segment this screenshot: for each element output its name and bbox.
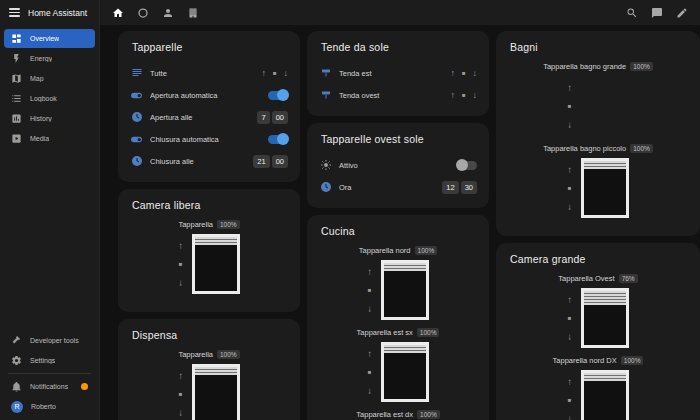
cover-close-button[interactable]: ↓ [567, 201, 572, 212]
minutes-input[interactable]: 30 [461, 181, 477, 194]
hammer-icon [11, 335, 22, 346]
shutter-preview[interactable] [581, 158, 629, 218]
pencil-icon[interactable] [676, 7, 688, 19]
cover-open-button[interactable]: ↑ [567, 164, 572, 175]
lightning-icon [11, 53, 22, 64]
clock-icon [130, 155, 143, 168]
cover-position-badge: 100% [630, 144, 653, 153]
sidebar-menu: Overview Energy Map Logbook History Medi… [0, 25, 99, 149]
cover-name: Tapparella [178, 350, 213, 359]
cover-open-button[interactable]: ↑ [450, 90, 455, 100]
toggle-apertura-automatica[interactable] [268, 91, 288, 100]
cover-close-button[interactable]: ↓ [284, 68, 289, 78]
cover-open-button[interactable]: ↑ [450, 68, 455, 78]
entity-row-ora: Ora 12 30 [319, 176, 477, 198]
cover-close-button[interactable]: ↓ [567, 331, 572, 342]
clock-icon [130, 111, 143, 124]
cover-close-button[interactable]: ↓ [178, 277, 183, 288]
cover-open-button[interactable]: ↑ [567, 376, 572, 387]
cover-open-button[interactable]: ↑ [367, 266, 372, 277]
toggle-attivo[interactable] [457, 161, 477, 170]
card-title: Camera libera [132, 199, 288, 211]
cover-name: Tapparella bagno piccolo [543, 144, 626, 153]
cover-stop-button[interactable]: ■ [273, 70, 277, 76]
cover-open-button[interactable]: ↑ [178, 370, 183, 381]
topbar-actions [626, 7, 688, 19]
map-icon [11, 73, 22, 84]
home-assistant-app: Home Assistant Overview Energy Map Logbo… [0, 0, 700, 420]
card-camera-grande: Camera grande Tapparella Ovest 76% ↑ ■ ↓ [496, 243, 700, 420]
shutter-preview[interactable] [581, 288, 629, 348]
shutter-preview[interactable] [381, 260, 429, 320]
cover-open-button[interactable]: ↑ [367, 348, 372, 359]
cover-close-button[interactable]: ↓ [473, 68, 478, 78]
cover-close-button[interactable]: ↓ [367, 303, 372, 314]
shutter-preview[interactable] [381, 342, 429, 402]
sidebar-item-user[interactable]: R Roberto [4, 397, 95, 416]
person-icon[interactable] [162, 7, 174, 19]
sidebar-item-notifications[interactable]: Notifications [4, 377, 95, 396]
dashboard: Tapparelle Tutte ↑ ■ ↓ Apertura automati… [100, 25, 700, 420]
cover-stop-button[interactable]: ■ [179, 261, 183, 267]
hours-input[interactable]: 21 [253, 155, 269, 168]
search-icon[interactable] [626, 7, 638, 19]
hours-input[interactable]: 12 [442, 181, 458, 194]
cover-close-button[interactable]: ↓ [367, 385, 372, 396]
cover-close-button[interactable]: ↓ [178, 407, 183, 418]
menu-icon[interactable] [9, 8, 20, 17]
shutter-preview[interactable] [192, 364, 240, 420]
cover-control: Tapparella 100% ↑ ■ ↓ [130, 350, 288, 420]
cover-position-badge: 100% [415, 246, 438, 255]
building-icon[interactable] [187, 7, 199, 19]
cover-stop-button[interactable]: ■ [568, 315, 572, 321]
column-1: Tapparelle Tutte ↑ ■ ↓ Apertura automati… [118, 31, 300, 420]
sidebar-item-overview[interactable]: Overview [4, 29, 95, 48]
cover-position-badge: 100% [417, 410, 440, 419]
column-2: Tende da sole Tenda est ↑ ■ ↓ Tenda oves… [307, 31, 489, 420]
cover-stop-button[interactable]: ■ [462, 92, 466, 98]
cover-control: Tapparella bagno grande 100% ↑ ■ ↓ [508, 62, 688, 136]
card-dispensa: Dispensa Tapparella 100% ↑ ■ ↓ [118, 319, 300, 420]
sidebar-item-history[interactable]: History [4, 109, 95, 128]
card-title: Cucina [321, 225, 477, 237]
entity-row-apertura-automatica: Apertura automatica [130, 84, 288, 106]
minutes-input[interactable]: 00 [272, 111, 288, 124]
sidebar-item-energy[interactable]: Energy [4, 49, 95, 68]
cover-open-button[interactable]: ↑ [567, 82, 572, 93]
view-dashboard-icon [11, 33, 22, 44]
cover-stop-button[interactable]: ■ [368, 287, 372, 293]
sidebar-item-media[interactable]: Media [4, 129, 95, 148]
sidebar-item-developer-tools[interactable]: Developer tools [4, 331, 95, 350]
cover-stop-button[interactable]: ■ [568, 103, 572, 109]
cover-stop-button[interactable]: ■ [568, 185, 572, 191]
media-icon [11, 133, 22, 144]
entity-row-tenda-ovest: Tenda ovest ↑ ■ ↓ [319, 84, 477, 106]
shutter-preview[interactable] [581, 370, 629, 420]
chat-icon[interactable] [651, 7, 663, 19]
entity-row-tenda-est: Tenda est ↑ ■ ↓ [319, 62, 477, 84]
sidebar-item-map[interactable]: Map [4, 69, 95, 88]
cover-close-button[interactable]: ↓ [567, 119, 572, 130]
cover-stop-button[interactable]: ■ [368, 369, 372, 375]
cover-open-button[interactable]: ↑ [178, 240, 183, 251]
minutes-input[interactable]: 00 [272, 155, 288, 168]
home-icon[interactable] [112, 7, 124, 19]
cover-stop-button[interactable]: ■ [462, 70, 466, 76]
circle-icon[interactable] [137, 7, 149, 19]
cover-stop-button[interactable]: ■ [568, 397, 572, 403]
sidebar-item-logbook[interactable]: Logbook [4, 89, 95, 108]
toggle-chiusura-automatica[interactable] [268, 135, 288, 144]
gear-icon [11, 355, 22, 366]
topbar [100, 0, 700, 25]
cover-open-button[interactable]: ↑ [261, 68, 266, 78]
card-title: Dispensa [132, 329, 288, 341]
shutter-preview[interactable] [192, 234, 240, 294]
hours-input[interactable]: 7 [257, 111, 269, 124]
entity-row-attivo: Attivo [319, 154, 477, 176]
card-title: Tapparelle [132, 41, 288, 53]
cover-stop-button[interactable]: ■ [179, 391, 183, 397]
cover-close-button[interactable]: ↓ [473, 90, 478, 100]
cover-open-button[interactable]: ↑ [567, 294, 572, 305]
sidebar-item-settings[interactable]: Settings [4, 351, 95, 370]
cover-close-button[interactable]: ↓ [567, 413, 572, 420]
